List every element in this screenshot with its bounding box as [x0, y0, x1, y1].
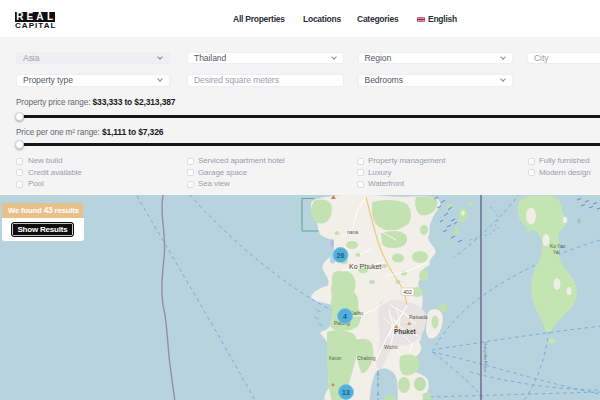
- svg-text:Ko Phuket: Ko Phuket: [349, 263, 381, 270]
- svg-text:402: 402: [403, 289, 412, 295]
- svg-text:13: 13: [342, 389, 350, 396]
- svg-text:Phuket: Phuket: [394, 328, 417, 335]
- svg-text:Ko Yao: Ko Yao: [550, 244, 566, 249]
- svg-text:4: 4: [343, 313, 347, 320]
- svg-text:nana: nana: [347, 229, 358, 235]
- svg-text:Karon: Karon: [329, 356, 342, 361]
- svg-text:Wichit: Wichit: [384, 344, 398, 350]
- svg-text:Chalong: Chalong: [357, 355, 376, 361]
- svg-text:Chang Wat Phuket: Chang Wat Phuket: [483, 342, 487, 372]
- svg-text:Ratsada: Ratsada: [409, 314, 428, 320]
- svg-text:Yai: Yai: [553, 250, 560, 255]
- svg-text:26: 26: [337, 252, 345, 259]
